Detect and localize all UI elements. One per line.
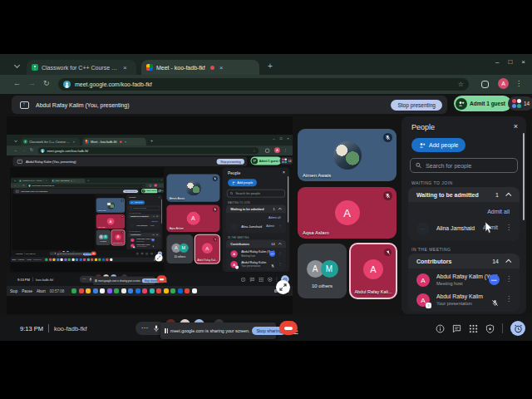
leave-call-button[interactable] xyxy=(91,252,96,256)
more-options-icon[interactable]: ⋮ xyxy=(156,244,158,247)
participants-counter[interactable]: 14 xyxy=(157,189,164,193)
activities-grid-button[interactable] xyxy=(259,277,264,282)
video-tile-aimen[interactable]: Aimen Awais xyxy=(96,198,125,213)
browser-profile-avatar[interactable]: A xyxy=(274,147,280,153)
browser-profile-avatar[interactable]: A xyxy=(498,78,509,89)
more-options-icon[interactable]: ⋮ xyxy=(278,224,282,229)
back-button[interactable]: ← xyxy=(14,148,18,152)
leave-call-button[interactable] xyxy=(157,275,167,283)
admit-guest-button[interactable]: Admit 1 guest xyxy=(141,189,158,193)
video-tile-others[interactable]: A M 10 others xyxy=(96,230,111,245)
forward-button[interactable]: → xyxy=(28,79,36,87)
admit-guest-button[interactable]: Admit 1 guest xyxy=(250,156,281,165)
admit-button[interactable]: Admit xyxy=(150,224,154,226)
video-tile-self-presentation[interactable]: A Abdul Rafay Kali... xyxy=(195,234,220,264)
participants-counter[interactable]: 14 xyxy=(508,96,532,111)
recorder-stop-button[interactable]: Stop xyxy=(12,259,16,261)
browser-menu-icon[interactable]: ⋮ xyxy=(159,185,160,187)
contributors-card-header[interactable]: Contributors 14 xyxy=(408,254,520,268)
taskbar-app-icons[interactable] xyxy=(45,259,112,261)
window-minimize-button[interactable]: – xyxy=(273,137,274,141)
tab-classwork[interactable]: Classwork for C++ Course Skil × xyxy=(21,138,80,145)
window-maximize-button[interactable]: □ xyxy=(280,137,283,141)
bookmark-star-icon[interactable]: ☆ xyxy=(142,185,144,187)
activities-grid-button[interactable] xyxy=(469,324,478,333)
video-tile-aqsa[interactable]: A Aqsa Aslam xyxy=(166,204,219,232)
new-tab-button[interactable]: + xyxy=(87,180,89,182)
video-tile-others[interactable]: A M 10 others xyxy=(298,244,347,298)
mic-button[interactable] xyxy=(153,325,160,332)
host-controls-shield-icon[interactable] xyxy=(268,277,273,282)
reload-button[interactable]: ↻ xyxy=(43,79,50,87)
window-minimize-button[interactable]: – xyxy=(153,179,154,181)
reload-button[interactable]: ↻ xyxy=(22,185,24,187)
more-options-icon[interactable]: ⋮ xyxy=(156,224,158,227)
extension-icon[interactable] xyxy=(265,149,269,153)
site-identity-icon[interactable] xyxy=(63,81,71,88)
more-options-icon[interactable]: ⋮ xyxy=(278,262,282,266)
tab-close-icon[interactable]: × xyxy=(219,64,224,71)
back-button[interactable]: ← xyxy=(14,185,17,187)
add-people-button[interactable]: Add people xyxy=(129,200,145,204)
tab-search-chevron-icon[interactable] xyxy=(14,139,17,142)
recorder-abort-button[interactable]: Abort xyxy=(37,289,46,293)
waiting-card-header[interactable]: Waiting to be admitted 1 xyxy=(408,187,520,202)
chevron-up-icon[interactable] xyxy=(278,243,282,246)
tab-close-icon[interactable]: × xyxy=(123,64,127,71)
site-identity-icon[interactable] xyxy=(28,185,31,187)
contributors-card-header[interactable]: Contributors 14 xyxy=(128,233,160,237)
browser-menu-icon[interactable]: ⋮ xyxy=(515,80,522,87)
presentation-viewport[interactable]: Classwork for C++ Course Skil × Meet - k… xyxy=(10,168,164,273)
chat-button[interactable] xyxy=(452,324,461,333)
add-people-button[interactable]: Add people xyxy=(228,179,257,186)
presentation-viewport[interactable]: Classwork for C++ Course Skil × Meet - k… xyxy=(7,116,293,314)
video-tile-self-presentation[interactable]: A Abdul Rafay Kali... xyxy=(349,243,397,299)
activities-grid-button[interactable] xyxy=(145,252,148,254)
chevron-up-icon[interactable] xyxy=(156,234,158,236)
extension-icon[interactable] xyxy=(150,185,152,187)
window-maximize-button[interactable]: □ xyxy=(508,58,512,66)
panel-scrollbar[interactable] xyxy=(288,176,288,222)
panel-scrollbar[interactable] xyxy=(523,133,525,220)
video-tile-others[interactable]: A M 10 others xyxy=(166,234,193,264)
chevron-up-icon[interactable] xyxy=(278,208,282,211)
more-options-icon[interactable]: ⋮ xyxy=(505,295,512,303)
address-bar[interactable]: meet.google.com/koo-fadb-fkf ☆ xyxy=(58,78,469,91)
bookmark-star-icon[interactable]: ☆ xyxy=(458,81,464,88)
panel-scrollbar[interactable] xyxy=(161,200,162,224)
search-input[interactable] xyxy=(235,192,282,195)
info-button[interactable] xyxy=(241,277,246,282)
presentation-viewport[interactable] xyxy=(12,195,95,249)
chat-button[interactable] xyxy=(249,277,254,282)
recorder-pause-button[interactable]: Pause xyxy=(18,259,24,261)
more-options-icon[interactable]: ⋮ xyxy=(278,251,282,255)
chevron-up-icon[interactable] xyxy=(505,259,511,264)
waiting-card-header[interactable]: Waiting to be admitted 1 xyxy=(226,204,286,212)
tab-meet[interactable]: Meet - koo-fadb-fkf × xyxy=(141,60,259,75)
tab-close-icon[interactable]: × xyxy=(73,140,76,144)
contributors-card-header[interactable]: Contributors 14 xyxy=(226,240,286,248)
more-options-icon[interactable]: ⋮ xyxy=(505,275,512,283)
host-controls-shield-icon[interactable] xyxy=(150,252,153,254)
admit-button[interactable]: Admit xyxy=(266,224,274,228)
admit-all-button[interactable]: Admit all xyxy=(487,209,510,214)
people-search[interactable] xyxy=(227,190,285,197)
bookmark-star-icon[interactable]: ☆ xyxy=(253,149,256,153)
expand-presentation-button[interactable] xyxy=(155,254,162,261)
tab-meet[interactable]: Meet - koo-fadb-fkf × xyxy=(82,138,145,145)
recorder-abort-button[interactable]: Abort xyxy=(27,259,32,261)
extension-icon[interactable] xyxy=(481,81,489,88)
window-maximize-button[interactable]: □ xyxy=(157,179,158,181)
info-button[interactable] xyxy=(136,252,139,254)
leave-call-button[interactable] xyxy=(279,321,298,335)
new-tab-button[interactable]: + xyxy=(268,62,273,71)
timer-button[interactable] xyxy=(510,321,525,336)
address-bar[interactable]: meet.google.com/koo-fadb-fkf ☆ xyxy=(27,184,146,187)
browser-profile-avatar[interactable]: A xyxy=(154,184,157,187)
forward-button[interactable]: → xyxy=(18,185,21,187)
admit-guest-button[interactable]: Admit 1 guest xyxy=(454,96,511,111)
video-tile-aimen[interactable]: Aimen Awais xyxy=(298,129,397,181)
tab-search-chevron-icon[interactable] xyxy=(14,62,20,68)
recorder-pause-button[interactable]: Pause xyxy=(22,289,32,293)
video-tile-aqsa[interactable]: A Aqsa Aslam xyxy=(298,187,397,239)
